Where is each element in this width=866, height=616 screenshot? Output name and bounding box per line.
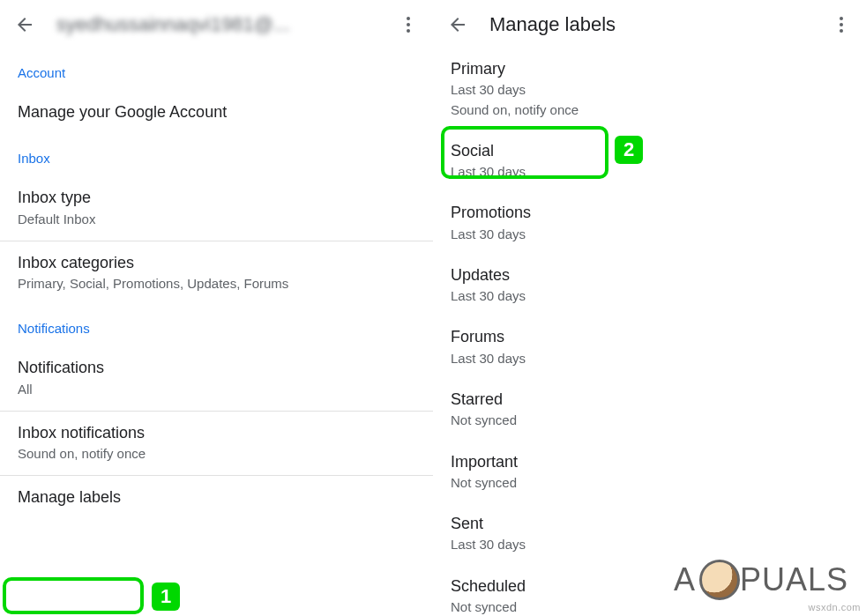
labels-list: Primary Last 30 days Sound on, notify on…: [433, 49, 866, 616]
manage-google-account-label: Manage your Google Account: [18, 101, 415, 122]
label-important[interactable]: Important Not synced: [433, 442, 866, 505]
right-header: Manage labels: [433, 0, 866, 49]
label-updates[interactable]: Updates Last 30 days: [433, 256, 866, 318]
label-sub: Not synced: [451, 412, 848, 429]
label-sub: Last 30 days: [451, 226, 848, 243]
label-sub: Last 30 days: [451, 536, 848, 553]
section-notifications: Notifications: [0, 305, 433, 346]
label-title: Updates: [451, 264, 848, 286]
svg-point-4: [840, 23, 843, 26]
label-sent[interactable]: Sent Last 30 days: [433, 504, 866, 567]
inbox-categories[interactable]: Inbox categories Primary, Social, Promot…: [0, 241, 433, 306]
left-header: syedhussainnaqvi1981@...: [0, 0, 433, 49]
svg-point-2: [407, 29, 410, 33]
watermark: wsxdn.com: [808, 602, 861, 612]
label-sub: Last 30 days: [451, 163, 848, 181]
label-forums[interactable]: Forums Last 30 days: [433, 317, 866, 380]
manage-labels-label: Manage labels: [18, 486, 415, 508]
section-inbox: Inbox: [0, 135, 433, 176]
inbox-notifications-title: Inbox notifications: [18, 422, 415, 443]
section-account: Account: [0, 49, 433, 91]
label-sub: Last 30 days: [451, 350, 848, 367]
arrow-left-icon: [447, 14, 468, 35]
label-sub: Not synced: [451, 598, 848, 616]
notifications-title: Notifications: [18, 357, 415, 378]
label-sub: Not synced: [451, 474, 848, 492]
back-button[interactable]: [440, 7, 475, 42]
label-sub2: Sound on, notify once: [451, 101, 848, 119]
label-title: Sent: [451, 513, 848, 534]
more-menu-button[interactable]: [824, 7, 859, 42]
settings-content: Account Manage your Google Account Inbox…: [0, 49, 433, 521]
svg-point-5: [840, 29, 843, 33]
label-title: Primary: [451, 58, 848, 79]
back-button[interactable]: [7, 7, 42, 42]
more-vert-icon: [831, 14, 852, 35]
label-sub: Last 30 days: [451, 81, 848, 99]
inbox-notifications-value: Sound on, notify once: [18, 445, 415, 463]
arrow-left-icon: [14, 14, 35, 35]
label-title: Starred: [451, 389, 848, 410]
more-vert-icon: [398, 14, 419, 35]
label-starred[interactable]: Starred Not synced: [433, 380, 866, 442]
manage-labels-item[interactable]: Manage labels: [0, 476, 433, 520]
manage-google-account[interactable]: Manage your Google Account: [0, 91, 433, 135]
notifications-item[interactable]: Notifications All: [0, 346, 433, 412]
inbox-notifications-item[interactable]: Inbox notifications Sound on, notify onc…: [0, 412, 433, 477]
account-email: syedhussainnaqvi1981@...: [42, 13, 391, 36]
label-title: Social: [451, 140, 848, 161]
label-title: Forums: [451, 326, 848, 347]
callout-1: 1: [152, 583, 180, 611]
label-promotions[interactable]: Promotions Last 30 days: [433, 193, 866, 256]
page-title: Manage labels: [475, 13, 824, 36]
logo-text-suffix: PUALS: [740, 561, 848, 598]
inbox-categories-value: Primary, Social, Promotions, Updates, Fo…: [18, 275, 415, 293]
inbox-type-title: Inbox type: [18, 187, 415, 208]
label-sub: Last 30 days: [451, 287, 848, 305]
logo-text-prefix: A: [674, 561, 696, 598]
label-title: Important: [451, 451, 848, 472]
more-menu-button[interactable]: [391, 7, 426, 42]
highlight-manage-labels: [3, 577, 144, 614]
label-social[interactable]: Social Last 30 days: [433, 131, 866, 194]
appuals-logo: A PUALS: [674, 560, 848, 600]
label-primary[interactable]: Primary Last 30 days Sound on, notify on…: [433, 49, 866, 131]
notifications-value: All: [18, 381, 415, 398]
logo-avatar-icon: [699, 560, 740, 600]
svg-point-3: [840, 17, 843, 20]
inbox-categories-title: Inbox categories: [18, 252, 415, 273]
callout-2: 2: [615, 136, 643, 164]
settings-pane: syedhussainnaqvi1981@... Account Manage …: [0, 0, 433, 616]
inbox-type-value: Default Inbox: [18, 211, 415, 228]
svg-point-0: [407, 17, 410, 20]
inbox-type[interactable]: Inbox type Default Inbox: [0, 176, 433, 241]
svg-point-1: [407, 23, 410, 26]
manage-labels-pane: Manage labels Primary Last 30 days Sound…: [433, 0, 866, 616]
label-title: Promotions: [451, 202, 848, 223]
